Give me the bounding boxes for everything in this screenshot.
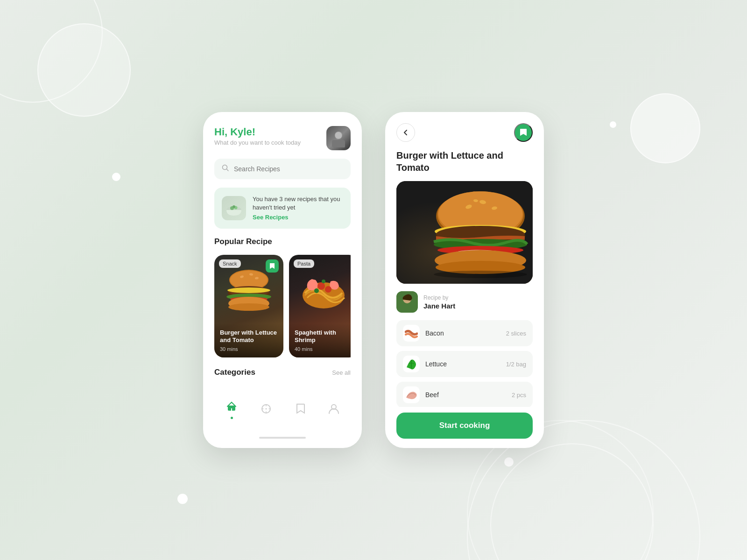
- recipe-card-info-burger: Burger with Lettuce and Tomato 30 mins: [214, 323, 283, 358]
- bg-deco-circle-4: [630, 93, 700, 163]
- back-button[interactable]: [396, 123, 415, 142]
- notification-food-icon: [222, 196, 246, 220]
- bottom-bar: [259, 437, 306, 439]
- search-icon: [222, 164, 229, 174]
- nav-item-saved[interactable]: [288, 400, 313, 420]
- ingredient-qty-beef: 2 pcs: [512, 392, 526, 399]
- recipe-tag-snack: Snack: [219, 259, 241, 268]
- burger-card-name: Burger with Lettuce and Tomato: [220, 329, 278, 345]
- recipe-detail-title: Burger with Lettuce and Tomato: [385, 149, 544, 181]
- svg-point-23: [317, 282, 325, 290]
- author-row: Recipe by Jane Hart: [385, 284, 544, 320]
- notification-card: You have 3 new recipes that you haven't …: [214, 188, 351, 229]
- ingredients-list: Bacon 2 slices Lettuce 1/2 bag: [385, 320, 544, 407]
- greeting-subtitle: What do you want to cook today: [214, 139, 301, 146]
- bacon-icon: [403, 325, 420, 342]
- recipe-cards: Snack Burger with Lettuce and Tomato 30 …: [214, 255, 351, 357]
- svg-rect-3: [332, 140, 345, 147]
- ingredient-name-bacon: Bacon: [425, 329, 500, 337]
- author-label: Recipe by: [423, 294, 455, 301]
- nav-active-dot: [231, 417, 233, 419]
- bottom-nav: [214, 393, 351, 427]
- recipe-hero-image: [396, 181, 533, 284]
- header-row: Hi, Kyle! What do you want to cook today: [214, 126, 351, 150]
- left-phone: Hi, Kyle! What do you want to cook today: [203, 112, 362, 448]
- svg-point-17: [227, 287, 270, 293]
- bg-deco-circle-1: [0, 0, 103, 103]
- search-input[interactable]: [234, 165, 343, 173]
- bookmark-button[interactable]: [514, 123, 533, 142]
- burger-card-time: 30 mins: [220, 346, 278, 352]
- bookmark-nav-icon: [295, 403, 305, 417]
- bg-dot-3: [610, 121, 616, 128]
- svg-point-24: [325, 286, 331, 293]
- compass-icon: [261, 403, 272, 417]
- pasta-food-image: [289, 259, 351, 322]
- recipe-bookmark-burger[interactable]: [266, 259, 279, 273]
- recipe-tag-pasta: Pasta: [294, 259, 314, 268]
- greeting-text: Hi, Kyle! What do you want to cook today: [214, 126, 301, 146]
- recipe-card-pasta[interactable]: Pasta Spaghetti with Shrimp 40 mins: [289, 255, 351, 357]
- categories-see-all[interactable]: See all: [332, 369, 351, 376]
- recipe-card-burger[interactable]: Snack Burger with Lettuce and Tomato 30 …: [214, 255, 283, 357]
- bg-dot-4: [504, 457, 514, 467]
- recipe-detail-header: [385, 112, 544, 149]
- search-bar[interactable]: [214, 159, 351, 179]
- user-nav-icon: [329, 403, 339, 417]
- bg-deco-circle-2: [37, 23, 131, 117]
- avatar[interactable]: [326, 126, 351, 150]
- pasta-card-time: 40 mins: [295, 346, 351, 352]
- recipe-card-info-pasta: Spaghetti with Shrimp 40 mins: [289, 323, 351, 358]
- right-phone: Burger with Lettuce and Tomato: [385, 112, 544, 448]
- greeting-title: Hi, Kyle!: [214, 126, 301, 138]
- ingredient-row-beef: Beef 2 pcs: [396, 382, 533, 407]
- author-name: Jane Hart: [423, 302, 455, 310]
- svg-point-9: [233, 205, 235, 208]
- bg-dot-2: [177, 494, 188, 504]
- ingredient-name-lettuce: Lettuce: [425, 360, 500, 368]
- ingredient-row-bacon: Bacon 2 slices: [396, 320, 533, 346]
- popular-recipe-section: Popular Recipe: [214, 237, 351, 246]
- popular-section-title: Popular Recipe: [214, 237, 272, 246]
- see-recipes-link[interactable]: See Recipes: [253, 214, 289, 221]
- pasta-card-name: Spaghetti with Shrimp: [295, 329, 351, 345]
- categories-section-header: Categories See all: [214, 368, 351, 377]
- phones-container: Hi, Kyle! What do you want to cook today: [203, 112, 544, 448]
- nav-item-profile[interactable]: [321, 400, 346, 420]
- svg-point-2: [335, 132, 342, 139]
- beef-icon: [403, 386, 420, 403]
- home-icon: [226, 401, 237, 415]
- svg-point-26: [322, 280, 325, 283]
- ingredient-name-beef: Beef: [425, 391, 506, 399]
- svg-line-5: [227, 169, 229, 171]
- nav-item-explore[interactable]: [253, 400, 279, 420]
- author-avatar: [396, 291, 418, 313]
- svg-point-28: [266, 408, 267, 409]
- categories-title: Categories: [214, 368, 255, 377]
- ingredient-qty-bacon: 2 slices: [506, 330, 526, 337]
- svg-point-21: [228, 303, 269, 311]
- ingredient-qty-lettuce: 1/2 bag: [506, 361, 526, 368]
- author-info: Recipe by Jane Hart: [423, 294, 455, 310]
- notification-text: You have 3 new recipes that you haven't …: [253, 195, 343, 221]
- nav-item-home[interactable]: [218, 398, 245, 422]
- section-header-popular: Popular Recipe: [214, 237, 351, 246]
- bg-dot-1: [112, 173, 120, 181]
- svg-point-25: [314, 288, 319, 293]
- notification-message: You have 3 new recipes that you haven't …: [253, 195, 343, 212]
- start-cooking-button[interactable]: Start cooking: [396, 413, 533, 439]
- svg-point-47: [434, 271, 527, 278]
- lettuce-icon: [403, 356, 420, 372]
- svg-rect-51: [401, 304, 414, 313]
- avatar-image: [326, 126, 351, 150]
- deco-ring-2: [490, 443, 654, 560]
- ingredient-row-lettuce: Lettuce 1/2 bag: [396, 351, 533, 377]
